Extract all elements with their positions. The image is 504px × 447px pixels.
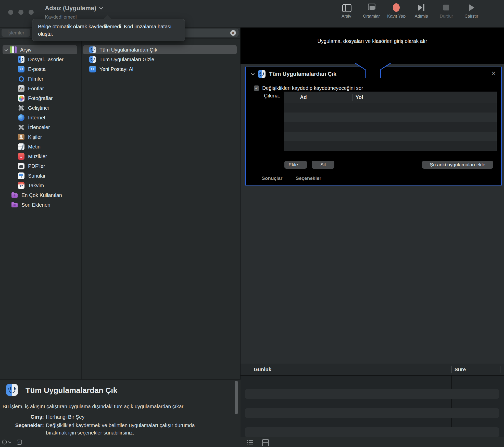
- record-icon: [391, 3, 401, 12]
- log-column-sure[interactable]: Süre: [455, 367, 466, 373]
- sidebar-item[interactable]: Dosyal...asörler: [0, 55, 81, 64]
- sidebar-item-label: Sunular: [28, 173, 46, 179]
- toolbar-button-label: Ortamlar: [363, 14, 380, 19]
- toolbar-button[interactable]: Çalıştır: [462, 3, 481, 19]
- log-rows-view-icon[interactable]: [262, 439, 269, 446]
- toolbar: Arşiv Ortamlar Kayıt Yap Adımla: [337, 3, 481, 19]
- workflow-action-block[interactable]: Tüm Uygulamalardan Çık ✕ ✓ Değişiklikler…: [245, 67, 502, 185]
- sidebar-item[interactable]: Geliştirici: [0, 103, 81, 113]
- sidebar-item-label: Geliştirici: [28, 105, 49, 111]
- add-current-apps-button[interactable]: Şu anki uygulamaları ekle: [422, 161, 493, 169]
- sidebar-folder-item[interactable]: Son Eklenen: [0, 200, 81, 210]
- sidebar-item[interactable]: İzlenceler: [0, 122, 81, 132]
- step-icon: [416, 3, 426, 12]
- finder-icon: [258, 70, 266, 78]
- title-chevron-down-icon[interactable]: [99, 6, 103, 10]
- action-list-item[interactable]: Yeni Postayı Al: [83, 64, 238, 74]
- sidebar-icon: [341, 3, 351, 12]
- search-clear-icon[interactable]: ✕: [230, 30, 236, 36]
- action-list-item[interactable]: Tüm Uygulamalardan Çık: [83, 45, 238, 55]
- table-empty-row: [284, 103, 497, 113]
- input-connector-notch: [355, 63, 391, 78]
- sidebar-item[interactable]: Takvim: [0, 181, 81, 190]
- toolbar-button-label: Arşiv: [342, 14, 351, 19]
- sidebar-item-arsiv[interactable]: Arşiv: [0, 45, 81, 55]
- sidebar-item-label: Takvim: [28, 183, 44, 189]
- finder-icon: [6, 384, 18, 396]
- folder-icon: [11, 202, 18, 208]
- exclusions-table[interactable]: Ad Yol: [284, 92, 497, 151]
- delete-button[interactable]: Sil: [312, 161, 334, 169]
- log-column-gunluk[interactable]: Günlük: [254, 367, 271, 373]
- calendar-icon: [18, 182, 24, 189]
- sidebar-item[interactable]: E-posta: [0, 64, 81, 74]
- finder-icon: [89, 46, 96, 53]
- sidebar-item[interactable]: Kişiler: [0, 132, 81, 142]
- sidebar-item-label: Son Eklenen: [21, 202, 50, 208]
- toolbar-button-label: Durdur: [440, 14, 453, 19]
- toolbar-button[interactable]: Ortamlar: [362, 3, 381, 19]
- description-scrollbar[interactable]: [235, 381, 238, 414]
- sidebar-item[interactable]: Filmler: [0, 74, 81, 84]
- description-field-label: Giriş:: [0, 413, 44, 421]
- action-list-item-label: Tüm Uygulamalardan Çık: [99, 47, 157, 53]
- add-button[interactable]: Ekle…: [284, 161, 307, 169]
- toolbar-button[interactable]: Durdur: [437, 3, 456, 19]
- close-window-button[interactable]: [8, 10, 13, 15]
- log-empty-row: [245, 389, 499, 399]
- table-empty-row: [284, 141, 497, 151]
- column-header-yol[interactable]: Yol: [356, 94, 363, 100]
- sidebar-item-label: En Çok Kullanılan: [21, 192, 62, 198]
- developer-icon: [18, 105, 24, 111]
- toolbar-button[interactable]: Arşiv: [337, 3, 356, 19]
- sidebar-item[interactable]: Müzikler: [0, 152, 81, 161]
- sidebar-item[interactable]: Sunular: [0, 171, 81, 181]
- description-field-value: Herhangi Bir Şey: [46, 413, 199, 421]
- sidebar-divider: [81, 39, 82, 379]
- collapse-chevron-icon[interactable]: [251, 72, 255, 76]
- folder-icon: [11, 192, 18, 198]
- log-list-view-icon[interactable]: [247, 440, 253, 445]
- results-link[interactable]: Sonuçlar: [262, 176, 282, 181]
- sidebar-item[interactable]: Fontlar: [0, 84, 81, 93]
- table-empty-row: [284, 132, 497, 141]
- log-empty-row: [245, 427, 499, 437]
- sidebar-item-label: Dosyal...asörler: [28, 57, 64, 63]
- toolbar-button[interactable]: Kayıt Yap: [387, 3, 406, 19]
- description-field-label: Seçenekler:: [0, 422, 44, 437]
- sidebar-item-label: Fotoğraflar: [28, 95, 53, 101]
- minimize-window-button[interactable]: [18, 10, 23, 15]
- ask-save-checkbox[interactable]: ✓: [254, 85, 259, 91]
- sidebar-folder-item[interactable]: En Çok Kullanılan: [0, 190, 81, 200]
- sidebar-item-label: PDF’ler: [28, 163, 45, 169]
- log-body: [241, 376, 504, 437]
- utilities-icon: [18, 124, 24, 131]
- sidebar-item[interactable]: İnternet: [0, 113, 81, 122]
- sidebar-item-label: Arşiv: [20, 47, 31, 53]
- close-action-icon[interactable]: ✕: [490, 70, 497, 77]
- sidebar-folder-list: En Çok Kullanılan Son Eklenen: [0, 190, 81, 210]
- tab-islemler[interactable]: İşlemler: [2, 29, 30, 37]
- save-error-text: Belge otomatik olarak kaydedilemedi. Kod…: [38, 23, 178, 38]
- zoom-window-button[interactable]: [29, 10, 34, 15]
- sidebar-item-label: Metin: [28, 144, 41, 150]
- chevron-down-icon[interactable]: [8, 440, 11, 443]
- description-field-row: Seçenekler: Değişiklikleri kaydetmek ve …: [0, 422, 204, 437]
- quit-label: Çıkma:: [246, 93, 280, 99]
- action-list-item-label: Yeni Postayı Al: [99, 66, 133, 72]
- internet-icon: [18, 114, 24, 121]
- media-smiley-menu-icon[interactable]: [2, 440, 7, 444]
- toolbar-button[interactable]: Adımla: [412, 3, 431, 19]
- description-toggle-icon[interactable]: ✓: [17, 440, 22, 445]
- automator-window: Adsız (Uygulama) Kaydedilemedi Arşiv Ort…: [0, 0, 504, 447]
- sidebar-item[interactable]: PDF’ler: [0, 161, 81, 171]
- action-list-item[interactable]: Tüm Uygulamaları Gizle: [83, 55, 238, 64]
- options-link[interactable]: Seçenekler: [296, 176, 321, 181]
- sidebar-item[interactable]: Metin: [0, 142, 81, 152]
- table-empty-row: [284, 113, 497, 122]
- toolbar-button-label: Kayıt Yap: [387, 14, 406, 19]
- actions-list: Tüm Uygulamalardan Çık Tüm Uygulamaları …: [83, 45, 238, 74]
- log-header: Günlük Süre: [241, 364, 504, 376]
- sidebar-item[interactable]: Fotoğraflar: [0, 93, 81, 103]
- column-header-ad[interactable]: Ad: [300, 94, 307, 100]
